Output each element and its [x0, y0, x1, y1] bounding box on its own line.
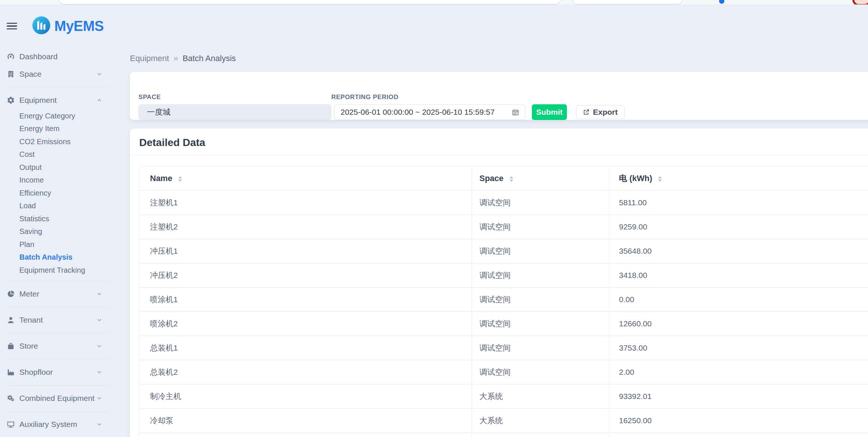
- sidebar-divider: [6, 359, 108, 360]
- detailed-data-card: Detailed Data Name Space: [130, 129, 868, 437]
- chevron-down-icon: [96, 343, 102, 349]
- sidebar-subitem-cost[interactable]: Cost: [0, 148, 112, 161]
- column-header-electricity-kwh[interactable]: 电 (kWh): [610, 167, 868, 191]
- column-header-space[interactable]: Space: [472, 167, 610, 191]
- sidebar-item-label: Meter: [19, 289, 39, 298]
- sidebar-item-shopfloor[interactable]: Shopfloor: [0, 364, 112, 381]
- chevron-up-icon: [96, 97, 102, 103]
- sidebar-item-equipment[interactable]: Equipment: [0, 91, 112, 109]
- cell-space: 调试空间: [472, 312, 610, 336]
- sidebar-item-meter[interactable]: Meter: [0, 285, 112, 303]
- cell-space: 调试空间: [472, 263, 610, 288]
- sidebar-subitem-load[interactable]: Load: [0, 200, 112, 213]
- sidebar-divider: [6, 333, 108, 333]
- space-form-group: SPACE 一度城: [138, 94, 331, 120]
- sidebar-subitem-output[interactable]: Output: [0, 161, 112, 174]
- sidebar-item-space[interactable]: Space: [0, 65, 112, 83]
- chevron-down-icon: [96, 291, 102, 297]
- browser-search-box[interactable]: [572, 0, 683, 4]
- sidebar-divider: [6, 411, 108, 412]
- sidebar-subitem-income[interactable]: Income: [0, 174, 112, 187]
- table-row: 注塑机1 调试空间 5811.00: [140, 191, 868, 215]
- sidebar-divider: [6, 385, 108, 386]
- sidebar-item-label: Space: [19, 70, 42, 79]
- sidebar-subitem-batch-analysis[interactable]: Batch Analysis: [0, 251, 112, 264]
- cell-name: 总装机2: [140, 360, 472, 384]
- sidebar-subitem-co2-emissions[interactable]: CO2 Emissions: [0, 135, 112, 148]
- sidebar-item-store[interactable]: Store: [0, 338, 112, 355]
- sidebar-item-label: Tenant: [19, 316, 43, 324]
- space-selector-value: 一度城: [147, 107, 170, 117]
- browser-extension-icon[interactable]: [719, 0, 724, 4]
- sidebar-divider: [6, 307, 108, 307]
- sidebar-subitem-saving[interactable]: Saving: [0, 225, 112, 238]
- sidebar-item-label: Combined Equipment: [19, 394, 95, 403]
- cell-space: 调试空间: [472, 215, 610, 239]
- cell-kwh: 35648.00: [610, 239, 868, 263]
- cell-kwh: 0.00: [610, 288, 868, 312]
- sidebar-nav: Dashboard Space Equipment Energy Categor…: [0, 48, 112, 437]
- sidebar-item-label: Store: [19, 342, 38, 351]
- sidebar-subitem-statistics[interactable]: Statistics: [0, 212, 112, 225]
- chevron-down-icon: [96, 369, 102, 375]
- cell-kwh: 93392.01: [610, 384, 868, 409]
- sidebar-subitem-efficiency[interactable]: Efficiency: [0, 187, 112, 200]
- detailed-data-body: Name Space 电 (kWh): [130, 155, 868, 437]
- sidebar-subitem-energy-category[interactable]: Energy Category: [0, 110, 112, 123]
- sidebar-divider: [6, 281, 108, 281]
- equipment-submenu: Energy Category Energy Item CO2 Emission…: [0, 110, 112, 277]
- gauge-icon: [7, 53, 15, 61]
- sidebar-item-dashboard[interactable]: Dashboard: [0, 48, 112, 65]
- browser-address-bar[interactable]: [59, 0, 561, 4]
- sort-icon: [510, 176, 513, 182]
- table-row: 喷涂机2 调试空间 12660.00: [140, 312, 868, 336]
- sidebar-subitem-plan[interactable]: Plan: [0, 238, 112, 251]
- sidebar-item-tenant[interactable]: Tenant: [0, 311, 112, 329]
- chevron-down-icon: [96, 71, 102, 77]
- cell-space: 调试空间: [472, 336, 610, 360]
- cell-kwh: [610, 433, 868, 437]
- breadcrumb-current: Batch Analysis: [182, 54, 236, 63]
- cell-name: 喷涂机1: [140, 288, 472, 312]
- table-row: 冲压机2 调试空间 3418.00: [140, 263, 868, 288]
- cell-space: 大系统: [472, 409, 610, 433]
- breadcrumb-separator: »: [173, 54, 178, 63]
- cell-name: [140, 433, 472, 437]
- breadcrumb-equipment[interactable]: Equipment: [130, 54, 169, 63]
- brand-logo[interactable]: MyEMS: [32, 16, 104, 36]
- sidebar-item-auxiliary-system[interactable]: Auxiliary System: [0, 416, 112, 433]
- cell-kwh: 12660.00: [610, 312, 868, 336]
- sidebar-header: MyEMS: [0, 15, 112, 37]
- sidebar: MyEMS Dashboard Space: [0, 4, 112, 437]
- cell-kwh: 16250.00: [610, 409, 868, 433]
- cell-name: 注塑机1: [140, 191, 472, 215]
- reporting-period-label: REPORTING PERIOD: [331, 94, 525, 101]
- export-icon: [583, 109, 590, 115]
- cell-name: 注塑机2: [140, 215, 472, 239]
- submit-button[interactable]: Submit: [532, 104, 567, 120]
- space-selector[interactable]: 一度城: [138, 104, 331, 120]
- sidebar-item-combined-equipment[interactable]: Combined Equipment: [0, 390, 112, 407]
- shopping-bag-icon: [7, 342, 15, 350]
- browser-chrome: [0, 0, 868, 4]
- user-icon: [7, 316, 15, 324]
- table-row: 总装机1 调试空间 3753.00: [140, 336, 868, 360]
- table-row: 总装机2 调试空间 2.00: [140, 360, 868, 384]
- monitor-icon: [7, 420, 15, 428]
- cell-kwh: 3418.00: [610, 263, 868, 288]
- reporting-period-input[interactable]: 2025-06-01 00:00:00 ~ 2025-06-10 15:59:5…: [334, 104, 525, 120]
- gears-icon: [7, 394, 15, 402]
- column-header-name[interactable]: Name: [140, 167, 472, 191]
- cell-name: 冷却泵: [140, 409, 472, 433]
- detailed-data-header: Detailed Data: [130, 129, 868, 155]
- sidebar-subitem-equipment-tracking[interactable]: Equipment Tracking: [0, 264, 112, 277]
- cell-space: [472, 433, 610, 437]
- cell-kwh: 2.00: [610, 360, 868, 384]
- building-icon: [7, 70, 15, 78]
- factory-icon: [7, 368, 15, 376]
- sidebar-divider: [6, 87, 108, 87]
- sidebar-subitem-energy-item[interactable]: Energy Item: [0, 123, 112, 136]
- hamburger-menu-button[interactable]: [7, 23, 17, 29]
- detailed-data-table: Name Space 电 (kWh): [139, 166, 868, 437]
- export-button[interactable]: Export: [576, 105, 625, 119]
